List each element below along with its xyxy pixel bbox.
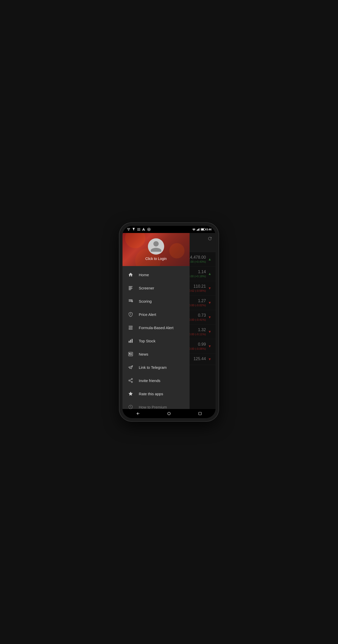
svg-rect-23 — [130, 340, 131, 343]
svg-rect-16 — [129, 301, 131, 302]
svg-rect-0 — [137, 228, 140, 228]
star-icon — [128, 391, 134, 397]
svg-point-32 — [131, 381, 133, 383]
svg-point-30 — [131, 378, 133, 380]
sidebar-item-label: Invite friends — [139, 378, 160, 383]
svg-rect-19 — [129, 327, 133, 328]
svg-rect-28 — [131, 354, 132, 354]
svg-point-31 — [129, 380, 130, 381]
sidebar-item-scoring[interactable]: Scoring — [122, 295, 190, 308]
status-bar: 3:44 — [122, 226, 216, 233]
svg-rect-8 — [199, 228, 200, 231]
phone-device: 3:44 EQUITIES CURRENCY — [119, 223, 219, 421]
deco-circle-2 — [169, 243, 185, 258]
screener-icon — [128, 285, 134, 291]
sidebar-item-price-alert[interactable]: Price Alert — [122, 308, 190, 321]
svg-rect-29 — [129, 355, 132, 355]
svg-rect-1 — [137, 229, 140, 229]
status-right: 3:44 — [192, 228, 211, 231]
sidebar-item-label: Home — [139, 273, 149, 277]
share-icon — [128, 377, 134, 384]
svg-rect-37 — [199, 412, 202, 415]
sidebar-item-label: Screener — [139, 286, 154, 290]
svg-rect-21 — [129, 329, 133, 330]
svg-point-4 — [148, 229, 149, 230]
home-icon — [128, 272, 134, 278]
sidebar-item-telegram[interactable]: Link to Telegram — [122, 361, 190, 374]
svg-rect-18 — [129, 326, 133, 326]
signal-icon — [197, 228, 200, 231]
drawer-menu: Home Screener — [122, 266, 190, 409]
nav-drawer: Click to Login Home — [122, 233, 190, 409]
drawer-header[interactable]: Click to Login — [122, 233, 190, 266]
font-icon — [142, 227, 146, 231]
sidebar-item-label: Link to Telegram — [139, 365, 167, 370]
circle-icon — [147, 227, 151, 231]
sidebar-item-home[interactable]: Home — [122, 268, 190, 281]
telegram-icon — [128, 364, 134, 370]
phone-screen: 3:44 EQUITIES CURRENCY — [122, 226, 216, 418]
svg-rect-9 — [129, 286, 133, 287]
svg-rect-20 — [129, 328, 133, 329]
app-content: EQUITIES CURRENCY 14,478.00 +2.00 (+0.43… — [122, 233, 216, 409]
svg-rect-7 — [198, 229, 199, 231]
user-avatar-icon — [149, 240, 163, 253]
sidebar-item-news[interactable]: News — [122, 347, 190, 361]
deco-circle-1 — [125, 233, 145, 248]
sidebar-item-label: Price Alert — [139, 312, 156, 317]
clock-time: 3:44 — [206, 228, 211, 231]
news-icon — [128, 351, 134, 357]
svg-rect-22 — [129, 341, 130, 343]
login-button[interactable]: Click to Login — [145, 257, 167, 261]
scoring-icon — [128, 298, 134, 304]
svg-line-34 — [130, 379, 131, 380]
home-button[interactable] — [164, 409, 174, 418]
sidebar-item-label: Top Stock — [139, 339, 156, 343]
list-icon — [137, 227, 141, 231]
sidebar-item-invite[interactable]: Invite friends — [122, 374, 190, 387]
svg-line-33 — [130, 381, 131, 382]
bar-chart-icon — [128, 338, 134, 344]
svg-rect-10 — [129, 287, 132, 288]
formula-alert-icon — [128, 325, 134, 331]
svg-rect-13 — [129, 290, 131, 290]
bottom-nav-bar — [122, 409, 216, 418]
svg-rect-27 — [131, 353, 132, 354]
avatar — [148, 238, 164, 255]
sidebar-item-label: Scoring — [139, 299, 152, 303]
svg-point-36 — [168, 412, 171, 415]
svg-rect-5 — [197, 230, 197, 231]
svg-rect-24 — [132, 339, 132, 343]
sidebar-item-screener[interactable]: Screener — [122, 281, 190, 295]
svg-rect-12 — [129, 289, 132, 289]
sidebar-item-formula-alert[interactable]: Formula-Based Alert — [122, 321, 190, 334]
sidebar-item-label: Rate this apps — [139, 392, 163, 396]
svg-rect-6 — [197, 229, 198, 231]
battery-icon — [201, 228, 205, 231]
sidebar-item-premium[interactable]: How to Premium — [122, 400, 190, 409]
sidebar-item-top-stock[interactable]: Top Stock — [122, 334, 190, 347]
drawer-header-bg: Click to Login — [122, 233, 190, 266]
sidebar-item-label: How to Premium — [139, 405, 167, 409]
status-icons-left — [127, 227, 151, 231]
svg-rect-11 — [129, 288, 133, 288]
svg-rect-26 — [129, 353, 130, 354]
svg-rect-2 — [137, 230, 140, 230]
sidebar-item-label: News — [139, 352, 148, 356]
svg-rect-14 — [129, 299, 133, 300]
wifi-icon — [192, 228, 196, 231]
sidebar-item-rate[interactable]: Rate this apps — [122, 387, 190, 400]
back-button[interactable] — [133, 409, 143, 418]
filter1-icon — [127, 227, 131, 231]
premium-icon — [128, 404, 134, 409]
price-alert-icon — [128, 311, 134, 317]
sidebar-item-label: Formula-Based Alert — [139, 326, 174, 330]
filter2-icon — [132, 227, 136, 231]
recents-button[interactable] — [195, 409, 205, 418]
